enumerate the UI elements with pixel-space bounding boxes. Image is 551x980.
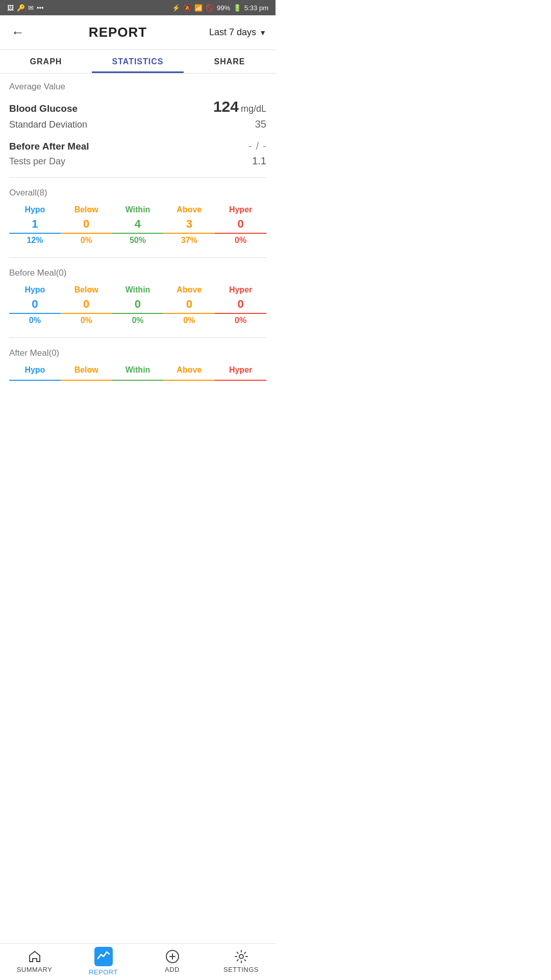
col-label: Hypo [24,365,45,375]
std-dev-label: Standard Deviation [9,119,87,130]
col-label: Hyper [229,365,252,375]
col-label: Below [74,365,98,375]
blood-glucose-row: Blood Glucose 124 mg/dL [9,98,266,115]
col-label: Hypo [24,205,45,214]
col-pct: 12% [27,236,43,245]
divider-3 [9,337,266,338]
col-label: Hyper [229,205,252,214]
page-title: REPORT [89,24,147,40]
col-pct: 0% [132,316,143,325]
stats-col-above: Above 0 0% [163,285,215,325]
col-count: 0 [215,298,266,314]
col-count [9,378,61,381]
after-meal-stats-grid: Hypo Below Within Above Hyper [9,365,266,383]
col-count: 0 [61,217,112,234]
date-filter-dropdown[interactable]: Last 7 days ▼ [209,27,266,38]
tests-per-day-row: Tests per Day 1.1 [9,155,266,167]
before-after-meal-value: - / - [248,140,266,152]
stats-col-below: Below 0 0% [61,205,112,245]
tab-graph[interactable]: GRAPH [0,50,92,73]
col-pct: 0% [81,236,92,245]
std-dev-row: Standard Deviation 35 [9,118,266,130]
battery-icon: 🔋 [233,4,241,12]
stats-col-hypo: Hypo [9,365,61,383]
blood-glucose-unit: mg/dL [241,104,266,114]
before-meal-section: Before Meal(0) Hypo 0 0% Below 0 0% With… [9,268,266,325]
stats-col-within: Within 0 0% [112,285,164,325]
blood-glucose-label: Blood Glucose [9,103,78,114]
col-pct: 0% [29,316,41,325]
blood-glucose-number: 124 [213,98,239,115]
stats-col-hyper: Hyper [215,365,266,383]
average-value-title: Average Value [9,82,266,92]
after-meal-section: After Meal(0) Hypo Below Within Above Hy… [9,348,266,383]
col-label: Above [177,365,202,375]
col-label: Within [126,205,151,214]
col-count: 0 [112,298,164,314]
back-button[interactable]: ← [9,22,27,42]
col-count [215,378,266,381]
col-count: 0 [9,298,61,314]
stats-col-below: Below [61,365,112,383]
after-meal-val: - [263,140,266,152]
col-count: 1 [9,217,61,234]
col-count [163,378,215,381]
col-label: Below [74,205,98,214]
before-meal-stats-grid: Hypo 0 0% Below 0 0% Within 0 0% Above 0… [9,285,266,325]
col-label: Hyper [229,285,252,295]
tab-share[interactable]: SHARE [184,50,276,73]
bluetooth-icon: ⚡ [172,4,180,12]
stats-col-hyper: Hyper 0 0% [215,285,266,325]
mail-icon: ✉ [28,4,34,12]
stats-col-above: Above 3 37% [163,205,215,245]
before-meal-title: Before Meal(0) [9,268,266,278]
mute-icon: 🔕 [183,4,191,12]
divider-2 [9,257,266,258]
separator: / [256,140,259,152]
col-pct: 0% [235,236,246,245]
std-dev-value: 35 [255,118,266,130]
after-meal-title: After Meal(0) [9,348,266,358]
tests-per-day-label: Tests per Day [9,156,65,167]
blood-glucose-value: 124 mg/dL [213,98,266,115]
col-label: Within [126,285,151,295]
col-pct: 37% [181,236,197,245]
tests-per-day-value: 1.1 [252,155,266,167]
col-count: 0 [163,298,215,314]
col-label: Below [74,285,98,295]
col-label: Within [126,365,151,375]
dots-icon: ••• [37,4,44,12]
col-count: 0 [215,217,266,234]
stats-col-hypo: Hypo 1 12% [9,205,61,245]
before-after-meal-label: Before After Meal [9,141,89,152]
col-count: 4 [112,217,164,234]
tab-bar: GRAPH STATISTICS SHARE [0,50,276,74]
wifi-icon: 📶 [194,4,203,12]
stats-col-below: Below 0 0% [61,285,112,325]
photo-icon: 🖼 [7,4,14,12]
col-pct: 0% [81,316,92,325]
stats-col-within: Within [112,365,164,383]
overall-stats-grid: Hypo 1 12% Below 0 0% Within 4 50% Above… [9,205,266,245]
overall-section: Overall(8) Hypo 1 12% Below 0 0% Within … [9,188,266,245]
header: ← REPORT Last 7 days ▼ [0,15,276,50]
stats-col-above: Above [163,365,215,383]
chevron-down-icon: ▼ [259,29,266,37]
status-right: ⚡ 🔕 📶 🚫 99% 🔋 5:33 pm [172,4,268,12]
col-count [61,378,112,381]
tab-statistics[interactable]: STATISTICS [92,50,184,73]
divider-1 [9,177,266,178]
no-circle-icon: 🚫 [206,4,214,12]
col-label: Above [177,205,202,214]
battery-pct: 99% [217,4,230,12]
stats-col-hyper: Hyper 0 0% [215,205,266,245]
col-pct: 50% [130,236,146,245]
average-value-section: Average Value Blood Glucose 124 mg/dL St… [9,82,266,167]
status-left: 🖼 🔑 ✉ ••• [7,4,44,12]
col-count: 0 [61,298,112,314]
stats-col-within: Within 4 50% [112,205,164,245]
date-filter-label: Last 7 days [209,27,256,38]
col-count: 3 [163,217,215,234]
before-after-meal-row: Before After Meal - / - [9,140,266,152]
col-pct: 0% [235,316,246,325]
